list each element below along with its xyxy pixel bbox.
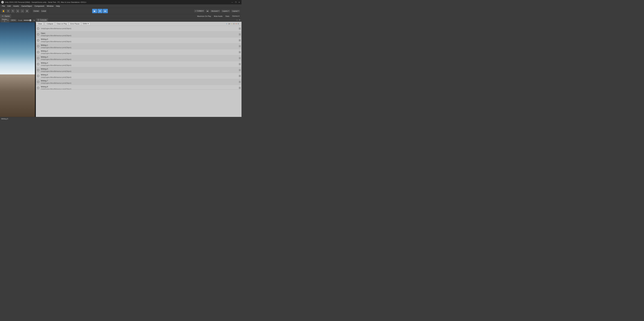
account-button[interactable]: Account ▾	[210, 10, 220, 13]
log-icon: !	[37, 45, 39, 47]
game-viewport	[0, 22, 36, 117]
menu-file[interactable]: File	[1, 5, 6, 8]
log-entry[interactable]: !Writing 5UnityEngine.MonoBehaviour:prin…	[36, 67, 242, 73]
rect-tool-button[interactable]: ▭	[20, 9, 24, 13]
log-entry-line1: Writing 3	[41, 56, 237, 58]
stats-button[interactable]: Stats	[224, 15, 230, 18]
log-entry-count-cell: 1	[238, 87, 242, 89]
editor-button[interactable]: Editor ▾	[82, 22, 90, 25]
log-entry-line2: UnityEngine.MonoBehaviour:print(Object)	[41, 27, 237, 30]
log-entry-line1: Writing 7	[41, 80, 237, 82]
log-entry-line1: Writing 0	[41, 38, 237, 41]
hand-tool-button[interactable]: ✋	[1, 9, 6, 13]
log-entry-count-badge: 1	[239, 69, 241, 71]
menu-component[interactable]: Component	[33, 5, 46, 8]
log-entry-line1: Writing 5	[41, 68, 237, 70]
collab-button[interactable]: ✓ Collab ▾	[194, 9, 205, 13]
console-counts: ℹ 14 ⚠ 0 ⊘ 0	[226, 23, 241, 25]
status-bar: Writing 9	[0, 117, 242, 120]
menu-window[interactable]: Window	[46, 5, 55, 8]
log-icon: !	[37, 39, 39, 42]
scale-tool-button[interactable]: ⇲	[16, 9, 20, 13]
local-button[interactable]: Local	[40, 10, 47, 13]
log-entry-count-cell: 1	[238, 57, 242, 59]
minimize-button[interactable]: —	[231, 1, 233, 3]
mute-audio-button[interactable]: Mute Audio	[213, 15, 224, 18]
play-controls: ▶ ⏸ ⏭	[92, 9, 108, 13]
log-entry-icon-cell: !	[36, 39, 40, 42]
log-entry-text: Writing 1UnityEngine.MonoBehaviour:print…	[40, 44, 238, 49]
clear-on-play-button[interactable]: Clear on Play	[55, 22, 68, 25]
info-count-value: 14	[228, 23, 230, 25]
center-button[interactable]: Center	[32, 10, 40, 13]
log-entry[interactable]: !Writing 7UnityEngine.MonoBehaviour:prin…	[36, 79, 242, 85]
unity-logo: U	[1, 1, 4, 4]
close-button[interactable]: ✕	[238, 1, 240, 3]
log-entry[interactable]: !OpenUnityEngine.MonoBehaviour:print(Obj…	[36, 32, 242, 38]
display-arrow: ▾	[8, 19, 8, 21]
toolbar-separator-2	[48, 9, 48, 13]
viewport-sky	[0, 22, 36, 79]
log-entry[interactable]: !Writing 0UnityEngine.MonoBehaviour:prin…	[36, 38, 242, 44]
log-icon: !	[37, 69, 39, 71]
play-button[interactable]: ▶	[92, 9, 97, 13]
log-entry[interactable]: !Writing 2UnityEngine.MonoBehaviour:prin…	[36, 49, 242, 55]
console-tab-icon: ☰	[38, 19, 39, 21]
step-button[interactable]: ⏭	[103, 9, 108, 13]
transform-tool-button[interactable]: ⊕	[25, 9, 29, 13]
log-icon: !	[37, 87, 39, 89]
log-entry[interactable]: !UnityEngine.MonoBehaviour:print(Object)…	[36, 26, 242, 32]
cloud-button[interactable]: ☁	[206, 9, 210, 13]
collapse-button[interactable]: Collapse	[45, 22, 55, 25]
log-entry-count-cell: 1	[238, 63, 242, 65]
menu-assets[interactable]: Assets	[12, 5, 20, 8]
display-button[interactable]: Display 1 ▾	[1, 18, 10, 22]
title-bar: U Unity 2018.2.0f2 Personal (64bit) - Sa…	[0, 0, 242, 5]
console-tab[interactable]: ☰ Console	[36, 18, 48, 22]
layers-button[interactable]: Layers ▾	[221, 10, 230, 13]
menu-help[interactable]: Help	[55, 5, 61, 8]
clear-button[interactable]: Clear	[36, 22, 44, 25]
move-tool-button[interactable]: ✛	[6, 9, 10, 13]
error-pause-button[interactable]: Error Pause	[69, 22, 81, 25]
top-bar-row: 🎮 Game Maximize On Play Mute Audio Stats…	[0, 14, 242, 18]
error-icon: ⊘	[235, 23, 237, 25]
scale-slider[interactable]	[24, 20, 32, 21]
info-count: ℹ 14	[226, 23, 230, 25]
status-text: Writing 9	[1, 118, 8, 120]
log-entry-line1: Writing 2	[41, 50, 237, 52]
console-close-btn[interactable]: ✕	[238, 19, 241, 21]
log-entry-text: OpenUnityEngine.MonoBehaviour:print(Obje…	[40, 32, 238, 37]
log-entry[interactable]: !Writing 4UnityEngine.MonoBehaviour:prin…	[36, 61, 242, 67]
log-entry[interactable]: !Writing 8UnityEngine.MonoBehaviour:prin…	[36, 85, 242, 89]
log-entry-icon-cell: !	[36, 33, 40, 36]
info-icon: ℹ	[226, 23, 228, 25]
log-entry-line1: Writing 1	[41, 44, 237, 47]
layout-button[interactable]: Layout ▾	[231, 10, 240, 13]
log-entry[interactable]: !Writing 1UnityEngine.MonoBehaviour:prin…	[36, 44, 242, 49]
menu-edit[interactable]: Edit	[6, 5, 12, 8]
log-icon: !	[37, 57, 39, 59]
log-entry-text: Writing 6UnityEngine.MonoBehaviour:print…	[40, 73, 238, 79]
console-maximize-btn[interactable]: □	[236, 19, 238, 21]
game-tab[interactable]: 🎮 Game	[0, 14, 12, 18]
rotate-tool-button[interactable]: ↻	[11, 9, 15, 13]
log-entry-line1: Writing 8	[41, 86, 237, 88]
log-entry[interactable]: !Writing 3UnityEngine.MonoBehaviour:prin…	[36, 55, 242, 61]
menu-gameobject[interactable]: GameObject	[20, 5, 33, 8]
restore-button[interactable]: ❐	[234, 1, 237, 3]
pause-button[interactable]: ⏸	[98, 9, 102, 13]
log-entry-icon-cell: !	[36, 81, 40, 83]
log-entry[interactable]: !Writing 6UnityEngine.MonoBehaviour:prin…	[36, 73, 242, 79]
error-count: ⊘ 0	[235, 23, 239, 25]
log-entry-text: UnityEngine.MonoBehaviour:print(Object)	[40, 27, 238, 30]
warn-count: ⚠ 0	[231, 23, 234, 25]
collab-checkmark: ✓	[195, 10, 196, 12]
toolbar: ✋ ✛ ↻ ⇲ ▭ ⊕ Center Local ▶ ⏸ ⏭ ✓ Collab …	[0, 8, 242, 14]
maximize-on-play-button[interactable]: Maximize On Play	[196, 15, 212, 18]
log-entry-line2: UnityEngine.MonoBehaviour:print(Object)	[41, 47, 237, 49]
gizmos-button[interactable]: Gizmos ▾	[231, 15, 240, 18]
log-entry-count-cell: 1	[238, 69, 242, 71]
log-entry-icon-cell: !	[36, 75, 40, 77]
aspect-button[interactable]: 16:9 ▾	[10, 19, 16, 22]
